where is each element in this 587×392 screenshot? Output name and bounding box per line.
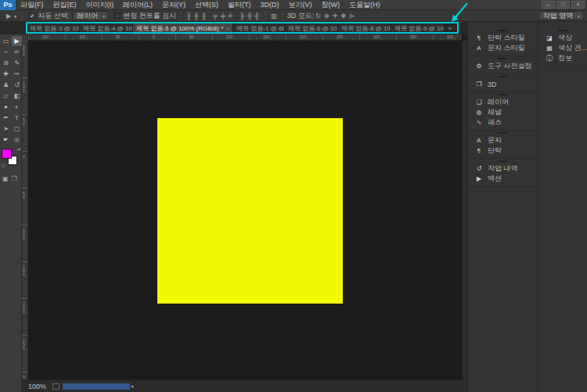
tab-label: 제목 없음-5 @ 100% (RGB/8) *	[136, 24, 223, 33]
panel-paragraph[interactable]: ¶ 단락	[468, 146, 538, 156]
3d-slide-icon[interactable]: ✥	[339, 13, 348, 20]
brush-tool[interactable]: ✑	[12, 69, 22, 79]
menu-filter[interactable]: 필터(T)	[223, 0, 256, 10]
workspace-selector[interactable]: 작업 영역 ▾	[538, 11, 584, 20]
panel-color[interactable]: ◪ 색상	[538, 33, 587, 43]
panel-actions[interactable]: ▶ 액션	[468, 174, 538, 184]
path-selection-tool[interactable]: ➤	[1, 124, 11, 134]
hand-tool[interactable]: ☛	[1, 135, 11, 145]
align-vcenter-icon[interactable]: ╫	[193, 13, 200, 20]
distribute-widths-icon[interactable]: ▥	[269, 13, 279, 20]
auto-select-dropdown[interactable]: 레이어 ▾	[73, 11, 109, 20]
drag-grip-icon[interactable]	[498, 94, 507, 95]
menu-3d[interactable]: 3D(D)	[256, 1, 284, 9]
drag-grip-icon[interactable]	[558, 30, 567, 31]
doc-tab-untitled-1[interactable]: 제목 없음-1 @ 66... ×	[233, 23, 285, 34]
panel-info[interactable]: ⓘ 정보	[538, 53, 587, 63]
panel-channels[interactable]: ◍ 채널	[468, 107, 538, 117]
show-transform-checkbox[interactable]	[114, 13, 121, 19]
blur-tool[interactable]: ●	[1, 102, 11, 112]
close-icon[interactable]: ×	[226, 25, 230, 32]
annotation-arrow-icon	[446, 1, 473, 26]
align-hcenter-icon[interactable]: ╪	[219, 13, 227, 20]
rectangle-tool[interactable]: ▢	[12, 124, 22, 134]
eraser-tool[interactable]: ▱	[1, 91, 11, 101]
panel-history[interactable]: ↺ 작업 내역	[468, 164, 538, 174]
screen-mode-icon[interactable]: ❐	[12, 175, 17, 182]
zoom-tool[interactable]: ◎	[12, 135, 22, 145]
eyedropper-tool[interactable]: ✎	[12, 58, 22, 68]
auto-select-checkbox[interactable]: ✓	[29, 13, 35, 19]
rectangular-marquee-tool[interactable]: ▭	[1, 36, 11, 46]
minimize-button[interactable]: –	[542, 1, 555, 9]
menu-select[interactable]: 선택(S)	[190, 0, 223, 10]
doc-tab-untitled-6[interactable]: 제목 없음-6 @ 10... ×	[285, 23, 338, 34]
drag-grip-icon[interactable]	[498, 30, 507, 31]
doc-tab-untitled-3[interactable]: 제목 없음-3 @ 10... ×	[27, 23, 80, 34]
panel-label: 정보	[558, 53, 572, 63]
drag-grip-icon[interactable]	[498, 76, 507, 77]
panel-tool-presets[interactable]: ⚙ 도구 사전설정	[468, 61, 538, 71]
zoom-level-field[interactable]: 100%	[28, 383, 46, 390]
panel-paragraph-styles[interactable]: ¶ 단락 스타일	[468, 33, 538, 43]
panel-character[interactable]: A 문자	[468, 135, 538, 146]
menu-window[interactable]: 창(W)	[317, 0, 345, 10]
swap-colors-icon[interactable]: ⇄	[17, 146, 21, 152]
vertical-scrollbar[interactable]	[462, 41, 467, 379]
menu-view[interactable]: 보기(V)	[284, 0, 317, 10]
doc-tab-untitled-9[interactable]: 제목 없음-9 @ 10... ×	[391, 23, 445, 34]
crop-tool[interactable]: ⊞	[1, 58, 11, 68]
distribute-top-icon[interactable]: ╠	[238, 13, 246, 20]
tool-preset-caret-icon[interactable]: ▾	[13, 13, 18, 19]
close-button[interactable]: ×	[571, 1, 585, 9]
distribute-vcenter-icon[interactable]: ╬	[246, 13, 254, 20]
quick-selection-tool[interactable]: ✏	[12, 47, 22, 57]
yellow-fill-layer[interactable]	[157, 118, 343, 304]
3d-drag-icon[interactable]: ✛	[331, 13, 340, 20]
panel-3d[interactable]: ❒ 3D	[468, 79, 538, 89]
scroll-right-arrow-icon[interactable]: ▸	[131, 383, 135, 390]
clone-stamp-tool[interactable]: ♟	[1, 80, 11, 90]
horizontal-ruler[interactable]: 150 100 50 0 50 100 150 200 250 300 350 …	[28, 34, 462, 41]
type-tool[interactable]: T	[12, 113, 22, 123]
panel-layers[interactable]: ❏ 레이어	[468, 97, 538, 107]
default-colors-icon[interactable]: ◲	[1, 162, 5, 167]
move-tool[interactable]: ▶	[12, 36, 22, 46]
align-right-icon[interactable]: ╧	[227, 13, 235, 20]
healing-brush-tool[interactable]: ✚	[1, 69, 11, 79]
panel-paths[interactable]: ∿ 패스	[468, 117, 538, 128]
drag-grip-icon[interactable]	[498, 58, 507, 59]
drag-grip-icon[interactable]	[498, 160, 507, 162]
foreground-color-swatch[interactable]	[2, 149, 12, 159]
panel-group: ❏ 레이어 ◍ 채널 ∿ 패스	[468, 94, 538, 131]
3d-rotate-icon[interactable]: ↻	[314, 13, 322, 20]
align-left-icon[interactable]: ╤	[211, 13, 219, 20]
distribute-bottom-icon[interactable]: ╣	[254, 13, 261, 20]
3d-scale-icon[interactable]: ⊳	[348, 13, 356, 20]
menu-file[interactable]: 파일(F)	[16, 0, 49, 10]
maximize-button[interactable]: □	[556, 1, 570, 9]
panel-swatches[interactable]: ▦ 색상 견...	[538, 43, 587, 53]
quick-mask-icon[interactable]: ▣	[2, 175, 9, 182]
pen-tool[interactable]: ✒	[1, 113, 11, 123]
doc-tab-untitled-4[interactable]: 제목 없음-4 @ 10... ×	[80, 23, 133, 34]
dodge-tool[interactable]: ◐	[12, 102, 22, 112]
3d-roll-icon[interactable]: ⊕	[322, 13, 331, 20]
lasso-tool[interactable]: ∽	[1, 47, 11, 57]
drag-grip-icon[interactable]	[498, 132, 507, 134]
doc-tab-untitled-8[interactable]: 제목 없음-8 @ 10... ×	[338, 23, 391, 34]
horizontal-scrollbar-thumb[interactable]	[63, 383, 130, 390]
menu-image[interactable]: 이미지(I)	[81, 0, 119, 10]
panel-character-styles[interactable]: A 문자 스타일	[468, 43, 538, 53]
history-brush-tool[interactable]: ↺	[12, 80, 22, 90]
document-canvas[interactable]	[28, 41, 462, 379]
menu-edit[interactable]: 편집(E)	[49, 0, 81, 10]
vertical-ruler[interactable]: 150 100 50 0 50 100 150 200 250 300	[22, 41, 28, 379]
doc-tab-untitled-5-active[interactable]: 제목 없음-5 @ 100% (RGB/8) * ×	[133, 23, 233, 34]
menu-layer[interactable]: 레이어(L)	[118, 0, 157, 10]
menu-type[interactable]: 문자(Y)	[157, 0, 190, 10]
gradient-tool[interactable]: ◧	[12, 91, 22, 101]
menu-help[interactable]: 도움말(H)	[344, 0, 385, 10]
align-top-icon[interactable]: ╟	[185, 13, 193, 20]
align-bottom-icon[interactable]: ╢	[200, 13, 208, 20]
